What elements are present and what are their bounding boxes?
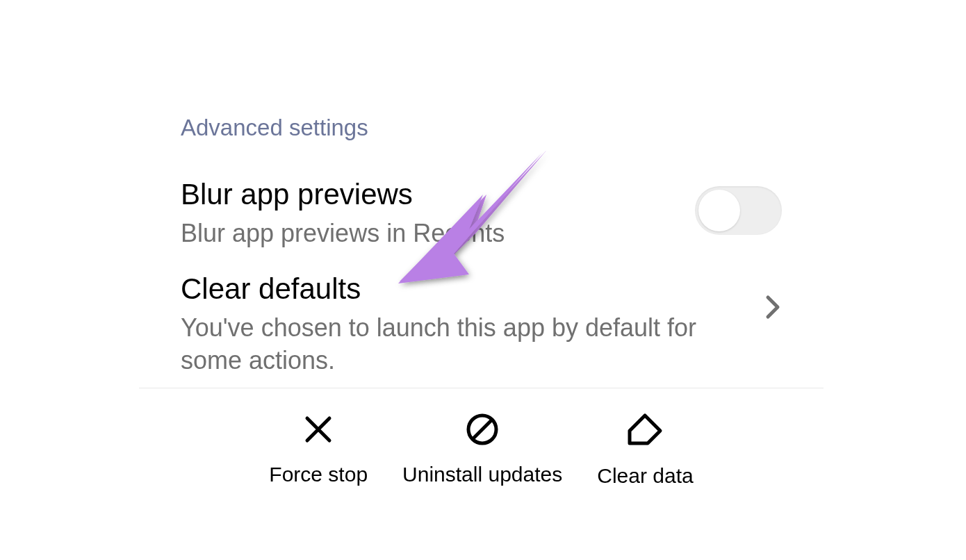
- clear-data-button[interactable]: Clear data: [597, 413, 693, 488]
- settings-panel: Advanced settings Blur app previews Blur…: [139, 76, 824, 509]
- blur-previews-toggle[interactable]: [695, 186, 782, 235]
- toggle-knob: [698, 190, 740, 231]
- clear-defaults-subtitle: You've chosen to launch this app by defa…: [181, 312, 737, 377]
- section-header: Advanced settings: [139, 76, 824, 165]
- uninstall-updates-label: Uninstall updates: [402, 463, 562, 486]
- eraser-icon: [627, 413, 663, 450]
- force-stop-button[interactable]: Force stop: [269, 413, 368, 488]
- clear-defaults-title: Clear defaults: [181, 270, 737, 308]
- blur-previews-row[interactable]: Blur app previews Blur app previews in R…: [139, 165, 824, 260]
- uninstall-updates-button[interactable]: Uninstall updates: [402, 413, 562, 488]
- blur-previews-title: Blur app previews: [181, 176, 667, 214]
- block-icon: [466, 413, 499, 449]
- clear-data-label: Clear data: [597, 464, 693, 488]
- bottom-action-bar: Force stop Uninstall updates Clear data: [139, 388, 824, 509]
- chevron-right-icon: [765, 295, 782, 322]
- clear-defaults-text: Clear defaults You've chosen to launch t…: [181, 270, 765, 377]
- close-icon: [302, 413, 335, 449]
- blur-previews-text: Blur app previews Blur app previews in R…: [181, 176, 695, 249]
- clear-defaults-row[interactable]: Clear defaults You've chosen to launch t…: [139, 260, 824, 387]
- force-stop-label: Force stop: [269, 463, 368, 486]
- blur-previews-subtitle: Blur app previews in Recents: [181, 217, 667, 250]
